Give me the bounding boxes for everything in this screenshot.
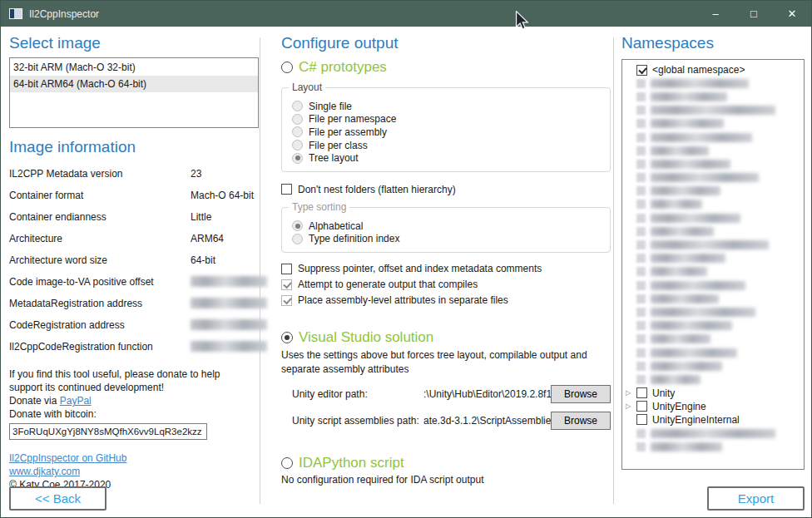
output-checkbox-row[interactable]: Suppress pointer, offset and index metad… [281,263,611,274]
namespace-item-redacted[interactable] [622,279,804,292]
namespace-item-redacted[interactable] [622,333,804,346]
layout-option[interactable]: File per namespace [292,113,610,126]
checkbox-icon[interactable] [636,401,647,412]
type-sorting-option[interactable]: Type definition index [292,233,610,246]
namespace-item-redacted[interactable] [622,198,804,211]
redacted-label [651,281,745,290]
close-button[interactable]: ✕ [773,1,811,27]
idapython-script-label: IDAPython script [299,455,404,471]
namespace-item-redacted[interactable] [622,211,804,224]
namespace-item[interactable]: ▷UnityEngine [622,400,804,413]
namespace-item[interactable]: <global namespace> [622,63,804,76]
namespace-item-redacted[interactable] [622,131,804,144]
namespace-item-redacted[interactable] [622,265,804,279]
website-link[interactable]: www.djkaty.com [9,466,80,477]
redacted-label [651,133,752,142]
flatten-hierarchy-checkbox-row[interactable]: Don't nest folders (flatten hierarchy) [281,184,611,195]
bitcoin-address-input[interactable] [9,423,207,440]
redacted-checkbox [636,254,646,263]
unity-editor-browse-button[interactable]: Browse [551,385,611,403]
unity-script-assemblies-browse-button[interactable]: Browse [551,412,611,430]
namespace-item-redacted[interactable] [622,238,804,251]
namespace-item-redacted[interactable] [622,252,804,265]
redacted-checkbox [636,160,646,169]
type-sorting-groupbox: Type sorting AlphabeticalType definition… [281,207,611,253]
visual-studio-solution-option[interactable]: Visual Studio solution [281,329,611,346]
namespace-item-redacted[interactable] [622,292,804,305]
layout-option[interactable]: Tree layout [292,151,610,165]
expander-icon[interactable]: ▷ [626,400,636,413]
visual-studio-solution-label: Visual Studio solution [299,329,433,346]
type-sorting-option[interactable]: Alphabetical [292,220,610,233]
radio-icon[interactable] [292,140,303,150]
radio-icon[interactable] [281,457,293,469]
configure-output-header: Configure output [281,34,611,52]
layout-option[interactable]: Single file [292,100,610,113]
namespace-item-redacted[interactable] [622,305,804,318]
unity-editor-path-row: Unity editor path: :\Unity\Hub\Editor\20… [281,385,611,403]
info-value: Little [191,211,259,223]
namespace-item-redacted[interactable] [622,359,804,372]
csharp-prototypes-option[interactable]: C# prototypes [281,59,611,76]
namespace-item-redacted[interactable] [622,185,804,198]
namespace-item-redacted[interactable] [622,224,804,238]
minimize-button[interactable]: – [696,1,735,27]
radio-icon[interactable] [281,332,293,343]
checkbox-icon[interactable] [281,264,292,274]
layout-group-label: Layout [289,81,325,93]
radio-icon[interactable] [292,101,303,111]
github-link[interactable]: Il2CppInspector on GitHub [9,452,126,464]
redacted-checkbox [636,119,646,128]
namespace-item-redacted[interactable] [622,157,804,170]
namespace-label: Unity [652,387,675,399]
idapython-script-option[interactable]: IDAPython script [281,455,611,471]
paypal-link[interactable]: PayPal [60,395,92,407]
output-checkbox-row[interactable]: Place assembly-level attributes in separ… [281,294,611,306]
checkbox-icon[interactable] [636,414,647,425]
info-label: Il2CppCodeRegistration function [9,341,191,353]
export-button[interactable]: Export [707,486,805,511]
namespace-item-redacted[interactable] [622,171,804,185]
info-value: Mach-O 64-bit [191,190,259,201]
radio-icon[interactable] [292,234,303,244]
layout-groupbox: Layout Single fileFile per namespaceFile… [281,87,611,172]
title-bar[interactable]: Il2CppInspector – □ ✕ [1,1,811,27]
layout-option[interactable]: File per assembly [292,126,610,139]
checkbox-icon[interactable] [636,387,647,398]
redacted-label [651,186,720,195]
redacted-checkbox [636,240,646,249]
radio-icon[interactable] [292,220,303,231]
expander-icon[interactable]: ▷ [626,387,636,400]
namespace-item[interactable]: ▷Unity [622,387,804,400]
radio-icon[interactable] [292,114,303,125]
namespace-item-redacted[interactable] [622,144,804,157]
namespace-item-redacted[interactable] [622,104,804,117]
radio-icon[interactable] [292,153,303,164]
namespace-item-redacted[interactable] [622,346,804,359]
image-list-item[interactable]: 64-bit ARM64 (Mach-O 64-bit) [10,76,258,92]
layout-option[interactable]: File per class [292,139,610,152]
redacted-label [651,294,719,303]
namespace-item-redacted[interactable] [622,427,804,440]
image-list-item[interactable]: 32-bit ARM (Mach-O 32-bit) [10,59,258,76]
namespace-item[interactable]: UnityEngineInternal [622,413,804,427]
checkbox-icon[interactable] [281,295,292,306]
maximize-button[interactable]: □ [735,1,773,27]
namespace-item-redacted[interactable] [622,440,804,453]
back-button[interactable]: << Back [9,486,106,511]
namespace-item-redacted[interactable] [622,90,804,103]
checkbox-icon[interactable] [281,184,292,195]
namespace-item-redacted[interactable] [622,372,804,386]
app-window: Il2CppInspector – □ ✕ Select image 32-bi… [0,0,812,518]
namespace-item-redacted[interactable] [622,117,804,131]
info-value: 64-bit [191,254,259,266]
namespace-item-redacted[interactable] [622,76,804,90]
radio-icon[interactable] [281,62,293,73]
checkbox-icon[interactable] [281,279,292,290]
checkbox-icon[interactable] [636,65,647,76]
namespace-item-redacted[interactable] [622,319,804,333]
radio-icon[interactable] [292,126,303,137]
layout-options: Single fileFile per namespaceFile per as… [292,100,610,165]
output-checkbox-row[interactable]: Attempt to generate output that compiles [281,279,611,290]
donate-message: If you find this tool useful, please don… [9,368,220,393]
